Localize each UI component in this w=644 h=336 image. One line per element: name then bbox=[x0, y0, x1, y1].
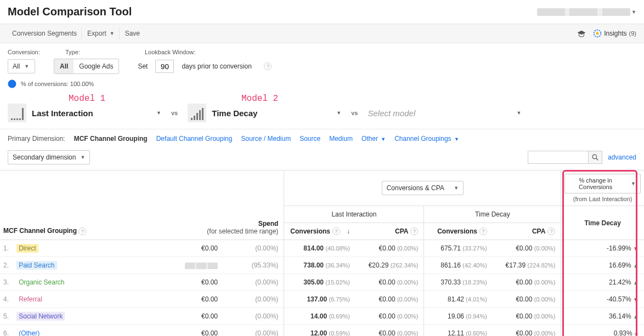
time-decay-icon bbox=[188, 104, 206, 122]
help-icon[interactable]: ? bbox=[78, 227, 86, 235]
table-row[interactable]: 5.Social Network€0.00(0.00%)14.00 (0.69%… bbox=[0, 308, 644, 325]
cpa-b: €0.00 (0.00%) bbox=[493, 240, 561, 257]
secondary-dimension-dropdown[interactable]: Secondary dimension ▼ bbox=[8, 150, 90, 164]
channel-name[interactable]: Organic Search bbox=[13, 274, 157, 291]
account-selector[interactable]: ▼ bbox=[537, 8, 636, 16]
cpa-b: €0.00 (0.00%) bbox=[493, 308, 561, 325]
dim-source-medium[interactable]: Source / Medium bbox=[241, 135, 291, 143]
conv-b: 19.06 (0.94%) bbox=[424, 308, 493, 325]
table-row[interactable]: 2.Paid Search(95.33%)738.00 (36.34%)€20.… bbox=[0, 257, 644, 274]
cpa-a: €0.00 (0.00%) bbox=[355, 325, 424, 337]
help-icon[interactable]: ? bbox=[264, 62, 272, 70]
dim-mcf-channel[interactable]: MCF Channel Grouping bbox=[74, 135, 148, 143]
row-index: 6. bbox=[0, 325, 13, 337]
row-index: 5. bbox=[0, 308, 13, 325]
model-3-selector[interactable]: Select model ▼ bbox=[368, 109, 522, 118]
col-conv-a[interactable]: Conversions bbox=[290, 227, 330, 235]
change-dropdown[interactable]: % change in Conversions ▼ bbox=[564, 174, 641, 193]
export-label: Export bbox=[87, 30, 106, 37]
cpa-a: €0.00 (0.00%) bbox=[355, 274, 424, 291]
header-model-b: Time Decay bbox=[424, 206, 561, 223]
channel-name[interactable]: Referral bbox=[13, 291, 157, 308]
spend-value bbox=[157, 257, 223, 274]
col-channel-header[interactable]: MCF Channel Grouping bbox=[3, 227, 77, 235]
spend-pct: (0.00%) bbox=[223, 308, 284, 325]
toolbar: Conversion Segments Export▼ Save Insight… bbox=[0, 24, 644, 43]
metric-dropdown[interactable]: Conversions & CPA ▼ bbox=[382, 181, 464, 195]
secondary-dimension-label: Secondary dimension bbox=[13, 153, 76, 161]
table-row[interactable]: 6.(Other)€0.00(0.00%)12.00 (0.59%)€0.00 … bbox=[0, 325, 644, 337]
page-title: Model Comparison Tool bbox=[8, 5, 132, 18]
col-conv-b[interactable]: Conversions bbox=[437, 227, 477, 235]
table-row[interactable]: 1.Direct€0.00(0.00%)814.00 (40.08%)€0.00… bbox=[0, 240, 644, 257]
insights-count: (9) bbox=[629, 30, 636, 37]
insights-button[interactable]: Insights(9) bbox=[593, 29, 636, 38]
cpa-b: €0.00 (0.00%) bbox=[493, 291, 561, 308]
change-value: 21.42% ▲ bbox=[561, 274, 644, 291]
row-index: 4. bbox=[0, 291, 13, 308]
change-value: 16.69% ▲ bbox=[561, 257, 644, 274]
model-2-selector[interactable]: Time Decay ▼ bbox=[188, 104, 341, 122]
type-label: Type: bbox=[65, 49, 128, 55]
spend-pct: (0.00%) bbox=[223, 325, 284, 337]
dim-medium[interactable]: Medium bbox=[329, 135, 353, 143]
table-row[interactable]: 3.Organic Search€0.00(0.00%)305.00 (15.0… bbox=[0, 274, 644, 291]
row-index: 3. bbox=[0, 274, 13, 291]
search-button[interactable] bbox=[588, 151, 602, 164]
sort-arrow-down-icon[interactable]: ↓ bbox=[347, 227, 350, 235]
cpa-a: €0.00 (0.00%) bbox=[355, 240, 424, 257]
spend-pct: (0.00%) bbox=[223, 274, 284, 291]
save-button[interactable]: Save bbox=[121, 27, 144, 39]
conv-b: 81.42 (4.01%) bbox=[424, 291, 493, 308]
education-icon[interactable] bbox=[577, 30, 586, 37]
model-1-name: Last Interaction bbox=[32, 109, 150, 118]
export-button[interactable]: Export▼ bbox=[83, 27, 120, 39]
conv-a: 738.00 (36.34%) bbox=[284, 257, 355, 274]
spend-pct: (0.00%) bbox=[223, 240, 284, 257]
channel-name[interactable]: Direct bbox=[13, 240, 157, 257]
help-icon[interactable]: ? bbox=[410, 227, 418, 235]
conv-a: 12.00 (0.59%) bbox=[284, 325, 355, 337]
type-segmented: All Google Ads bbox=[54, 59, 119, 74]
dim-default-channel[interactable]: Default Channel Grouping bbox=[156, 135, 233, 143]
header-model-a: Last Interaction bbox=[284, 206, 424, 223]
svg-line-4 bbox=[596, 158, 598, 161]
lookback-label: Lookback Window: bbox=[145, 49, 195, 55]
col-spend-header[interactable]: Spend bbox=[162, 220, 278, 227]
conv-b: 12.11 (0.60%) bbox=[424, 325, 493, 337]
conv-b: 370.33 (18.23%) bbox=[424, 274, 493, 291]
cpa-a: €0.00 (0.00%) bbox=[355, 308, 424, 325]
dim-other[interactable]: Other ▼ bbox=[361, 135, 386, 143]
cpa-a: €0.00 (0.00%) bbox=[355, 291, 424, 308]
conv-b: 861.16 (42.40%) bbox=[424, 257, 493, 274]
col-cpa-b[interactable]: CPA bbox=[532, 227, 545, 235]
spend-value: €0.00 bbox=[157, 308, 223, 325]
model-2-name: Time Decay bbox=[212, 109, 330, 118]
help-icon[interactable]: ? bbox=[547, 227, 555, 235]
lookback-days-input[interactable] bbox=[155, 60, 174, 73]
table-row[interactable]: 4.Referral€0.00(0.00%)137.00 (6.75%)€0.0… bbox=[0, 291, 644, 308]
help-icon[interactable]: ? bbox=[332, 227, 340, 235]
annotation-model-2: Model 2 bbox=[241, 94, 278, 104]
change-value: 0.93% ◆ bbox=[561, 325, 644, 337]
dim-channel-groupings[interactable]: Channel Groupings ▼ bbox=[394, 135, 459, 143]
type-all-button[interactable]: All bbox=[54, 59, 74, 73]
table-search-input[interactable] bbox=[528, 151, 588, 164]
conversion-segments-button[interactable]: Conversion Segments bbox=[8, 27, 82, 39]
spend-pct: (95.33%) bbox=[223, 257, 284, 274]
spend-value: €0.00 bbox=[157, 291, 223, 308]
help-icon[interactable]: ? bbox=[479, 227, 487, 235]
channel-name[interactable]: Social Network bbox=[13, 308, 157, 325]
channel-name[interactable]: Paid Search bbox=[13, 257, 157, 274]
advanced-link[interactable]: advanced bbox=[608, 153, 636, 161]
conversion-dropdown[interactable]: All▼ bbox=[8, 59, 35, 73]
model-3-placeholder: Select model bbox=[368, 109, 510, 118]
dim-source[interactable]: Source bbox=[300, 135, 320, 143]
conv-a: 14.00 (0.69%) bbox=[284, 308, 355, 325]
col-cpa-a[interactable]: CPA bbox=[395, 227, 408, 235]
channel-name[interactable]: (Other) bbox=[13, 325, 157, 337]
cpa-b: €0.00 (0.00%) bbox=[493, 274, 561, 291]
type-google-ads-button[interactable]: Google Ads bbox=[74, 59, 118, 73]
model-1-selector[interactable]: Last Interaction ▼ bbox=[8, 104, 161, 122]
primary-dimension-label: Primary Dimension: bbox=[8, 135, 65, 143]
